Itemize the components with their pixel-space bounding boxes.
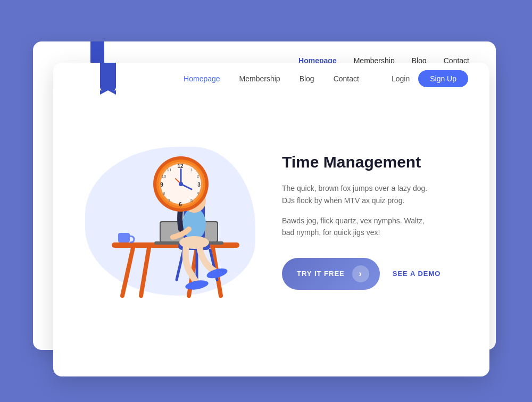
hero-text-area: Time Management The quick, brown fox jum… [271, 153, 479, 290]
main-card: Homepage Membership Blog Contact Login S… [53, 63, 489, 376]
svg-text:8: 8 [163, 191, 165, 196]
svg-text:1: 1 [190, 168, 193, 172]
hero-illustration: 12 3 6 9 1 2 4 5 7 8 10 11 [80, 131, 261, 312]
nav-blog[interactable]: Blog [300, 74, 314, 83]
try-free-button[interactable]: TRY IT FREE › [282, 258, 380, 290]
svg-text:4: 4 [197, 191, 200, 196]
bookmark-front-icon [100, 63, 116, 90]
svg-text:9: 9 [160, 182, 163, 188]
svg-point-40 [179, 182, 183, 186]
login-button[interactable]: Login [392, 74, 410, 83]
main-nav: Homepage Membership Blog Contact Login S… [53, 63, 489, 83]
svg-text:5: 5 [190, 198, 193, 203]
svg-text:3: 3 [197, 182, 201, 188]
main-content: 12 3 6 9 1 2 4 5 7 8 10 11 Time Manage [53, 83, 489, 359]
try-free-arrow-icon: › [352, 265, 369, 282]
hero-desc-1: The quick, brown fox jumps over a lazy d… [282, 182, 463, 206]
bookmark-back-icon [90, 41, 104, 64]
svg-text:11: 11 [167, 168, 172, 172]
nav-contact[interactable]: Contact [334, 74, 359, 83]
nav-membership[interactable]: Membership [239, 74, 280, 83]
cta-row: TRY IT FREE › SEE A DEMO [282, 258, 463, 290]
see-demo-button[interactable]: SEE A DEMO [393, 270, 441, 278]
nav-homepage[interactable]: Homepage [184, 74, 220, 83]
try-free-label: TRY IT FREE [297, 270, 345, 278]
svg-text:2: 2 [197, 174, 200, 179]
signup-button[interactable]: Sign Up [418, 70, 468, 87]
svg-line-1 [122, 248, 133, 296]
svg-rect-5 [118, 233, 130, 242]
nav-actions: Login Sign Up [392, 70, 468, 87]
svg-line-2 [141, 248, 149, 296]
svg-text:10: 10 [162, 174, 167, 179]
svg-text:6: 6 [179, 202, 182, 207]
illustration-area: 12 3 6 9 1 2 4 5 7 8 10 11 [69, 83, 271, 359]
hero-title: Time Management [282, 153, 463, 172]
svg-text:7: 7 [168, 198, 171, 203]
svg-text:12: 12 [177, 163, 184, 169]
hero-desc-2: Bawds jog, flick quartz, vex nymphs. Wal… [282, 215, 463, 239]
